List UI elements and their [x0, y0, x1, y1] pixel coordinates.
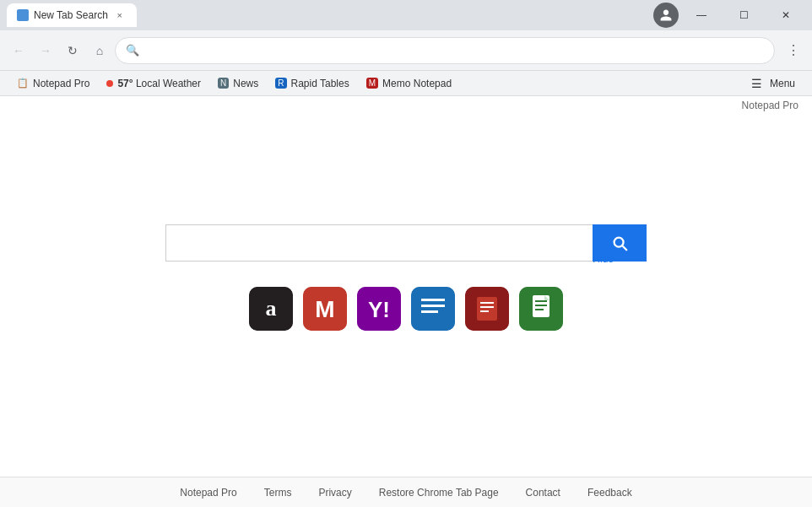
gdoc-shortcut[interactable]: [519, 287, 563, 331]
hide-link[interactable]: Hide: [593, 253, 614, 265]
extensions-button[interactable]: ⋮: [782, 39, 805, 62]
gmail-icon: M: [303, 287, 347, 331]
bookmark-news[interactable]: N News: [211, 75, 265, 92]
search-container: Hide a M: [165, 224, 647, 331]
svg-rect-17: [535, 300, 547, 302]
bookmark-local-weather[interactable]: 57° Local Weather: [100, 75, 208, 92]
close-button[interactable]: ✕: [766, 3, 805, 28]
shortcuts-container: a M Y!: [249, 287, 563, 331]
svg-text:Y!: Y!: [368, 297, 390, 322]
svg-rect-8: [421, 305, 445, 307]
amazon-shortcut[interactable]: a: [249, 287, 293, 331]
address-bar[interactable]: 🔍: [115, 37, 775, 64]
browser-window: New Tab Search × — ☐ ✕ ← → ↻ ⌂ 🔍 ⋮: [0, 0, 812, 507]
svg-rect-6: [411, 287, 455, 331]
nav-extensions: ⋮: [782, 39, 805, 62]
svg-rect-19: [535, 309, 544, 310]
maximize-button[interactable]: ☐: [724, 3, 763, 28]
notepad-shortcut[interactable]: [411, 287, 455, 331]
profile-button[interactable]: [653, 3, 679, 28]
notepad-pro-top-label: Notepad Pro: [0, 96, 812, 111]
notepad-pro-icon: 📋: [17, 78, 29, 89]
weather-dot-icon: [106, 80, 113, 87]
footer-terms[interactable]: Terms: [264, 487, 292, 499]
rapid-tables-icon: R: [275, 78, 286, 89]
main-search-box: [165, 224, 647, 262]
svg-rect-9: [421, 310, 438, 313]
gdoc-shortcut-icon: [519, 287, 563, 331]
minimize-button[interactable]: —: [682, 3, 721, 28]
footer-contact[interactable]: Contact: [526, 487, 560, 499]
shortcuts-wrapper: Hide a M: [249, 278, 563, 331]
address-search-icon: 🔍: [126, 44, 139, 57]
menu-label: Menu: [770, 78, 795, 89]
menu-button[interactable]: ☰ Menu: [744, 74, 802, 93]
gmail-shortcut[interactable]: M: [303, 287, 347, 331]
footer-restore-chrome[interactable]: Restore Chrome Tab Page: [379, 487, 499, 499]
bookmark-menu: ☰ Menu: [744, 74, 802, 93]
bookmark-notepad-pro[interactable]: 📋 Notepad Pro: [10, 75, 96, 92]
svg-rect-13: [480, 306, 494, 308]
bookmark-bar: 📋 Notepad Pro 57° Local Weather N News R…: [0, 71, 812, 96]
yahoo-icon: Y!: [357, 287, 401, 331]
footer-notepad-pro[interactable]: Notepad Pro: [180, 487, 236, 499]
forward-button[interactable]: →: [34, 39, 57, 62]
svg-rect-18: [535, 305, 547, 306]
address-input[interactable]: [144, 44, 764, 57]
memo-icon-small: M: [366, 78, 378, 89]
footer-feedback[interactable]: Feedback: [587, 487, 632, 499]
notepad-shortcut-icon: [411, 287, 455, 331]
reload-button[interactable]: ↻: [61, 39, 84, 62]
main-search-input[interactable]: [165, 224, 593, 262]
yahoo-shortcut[interactable]: Y!: [357, 287, 401, 331]
browser-tab[interactable]: New Tab Search ×: [7, 3, 137, 27]
svg-text:M: M: [315, 296, 334, 322]
title-bar: New Tab Search × — ☐ ✕: [0, 0, 812, 30]
footer-privacy[interactable]: Privacy: [318, 487, 351, 499]
bookmark-memo-notepad[interactable]: M Memo Notepad: [360, 75, 458, 92]
svg-rect-12: [480, 302, 494, 304]
news-icon: N: [218, 78, 229, 89]
amazon-icon: a: [249, 287, 293, 331]
hamburger-icon: ☰: [751, 77, 762, 90]
main-content: Hide a M: [0, 111, 812, 477]
search-icon: [610, 234, 629, 252]
svg-rect-7: [421, 299, 445, 301]
navigation-bar: ← → ↻ ⌂ 🔍 ⋮: [0, 30, 812, 71]
back-button[interactable]: ←: [7, 39, 30, 62]
tab-close-button[interactable]: ×: [113, 8, 127, 22]
svg-rect-14: [480, 310, 489, 312]
footer: Notepad Pro Terms Privacy Restore Chrome…: [0, 477, 812, 507]
memo-shortcut[interactable]: [465, 287, 509, 331]
bookmark-rapid-tables[interactable]: R Rapid Tables: [268, 75, 355, 92]
tab-favicon: [17, 9, 29, 21]
memo-shortcut-icon: [465, 287, 509, 331]
svg-text:a: a: [266, 296, 277, 321]
svg-rect-11: [477, 297, 497, 321]
tab-title: New Tab Search: [34, 9, 108, 21]
home-button[interactable]: ⌂: [88, 39, 111, 62]
